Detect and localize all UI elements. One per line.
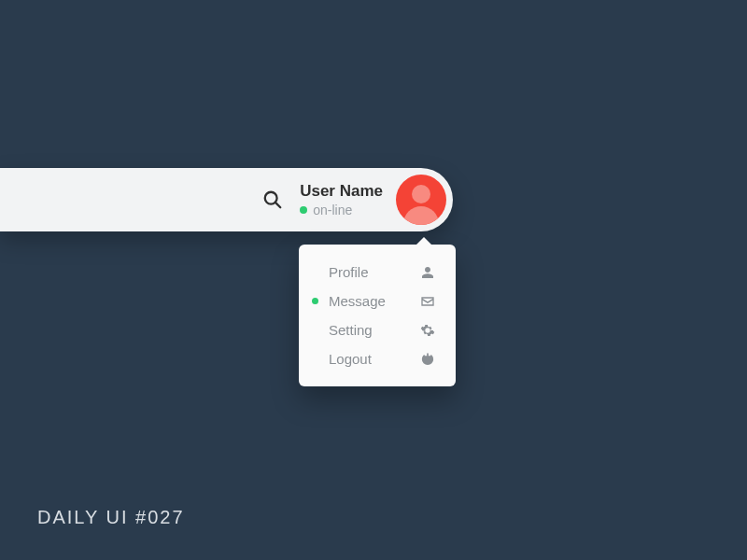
- user-dropdown: Profile Message Setting Logout: [299, 245, 456, 386]
- avatar-icon: [412, 185, 430, 203]
- dropdown-item-setting[interactable]: Setting: [299, 315, 456, 344]
- dropdown-item-label: Setting: [329, 322, 373, 338]
- dropdown-item-label: Profile: [329, 264, 369, 280]
- status-indicator: [300, 206, 307, 214]
- badge-dot: [312, 298, 318, 304]
- dropdown-item-message[interactable]: Message: [299, 287, 456, 315]
- dropdown-item-logout[interactable]: Logout: [299, 344, 456, 373]
- dropdown-item-label: Logout: [329, 351, 372, 367]
- avatar[interactable]: [396, 175, 446, 225]
- envelope-icon: [419, 293, 435, 309]
- search-icon[interactable]: [262, 189, 283, 210]
- page-caption: DAILY UI #027: [37, 507, 185, 528]
- status-text: on-line: [313, 203, 352, 217]
- dropdown-item-label: Message: [329, 293, 386, 309]
- user-name: User Name: [300, 182, 383, 201]
- user-status: on-line: [300, 203, 352, 217]
- user-block: User Name on-line: [300, 182, 383, 217]
- power-icon: [419, 351, 435, 367]
- user-icon: [419, 264, 435, 280]
- topbar: User Name on-line: [0, 168, 453, 231]
- dropdown-item-profile[interactable]: Profile: [299, 258, 456, 287]
- gear-icon: [419, 322, 435, 338]
- svg-line-1: [275, 203, 280, 207]
